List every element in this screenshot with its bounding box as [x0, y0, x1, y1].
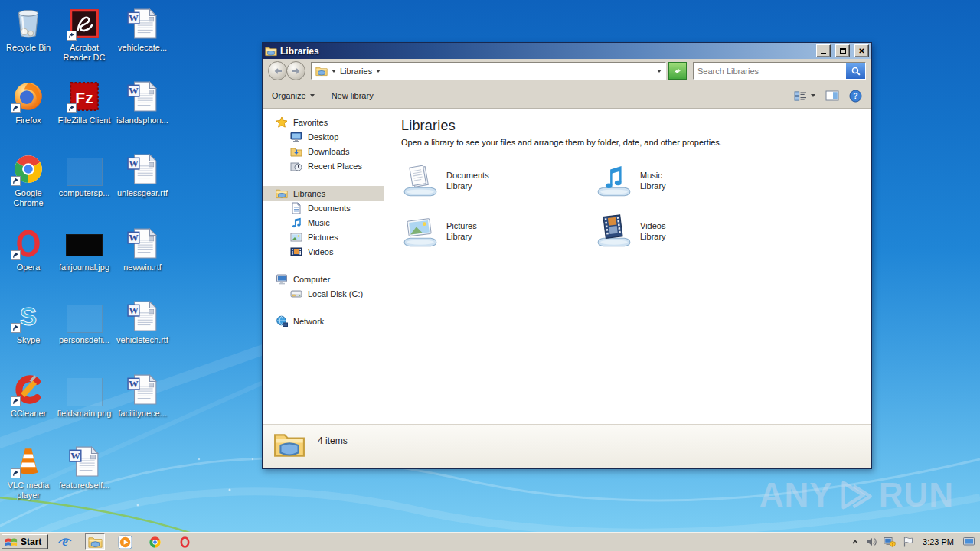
shortcut-arrow-icon [67, 103, 77, 113]
taskbar-explorer-button[interactable] [85, 533, 105, 550]
desktop-icon-featuredself[interactable]: featuredself... [56, 442, 113, 491]
library-item-documents[interactable]: Documents Library [401, 162, 595, 207]
start-button[interactable]: Start [2, 534, 48, 549]
sidebar-item-desktop[interactable]: Desktop [263, 129, 384, 144]
desktop-icon-recycle-bin[interactable]: Recycle Bin [0, 5, 57, 53]
desktop-icon-islandsphon[interactable]: islandsphon... [114, 77, 171, 126]
preview-pane-icon [825, 90, 839, 102]
sidebar-item-videos[interactable]: Videos [263, 244, 384, 259]
preview-pane-button[interactable] [825, 90, 839, 102]
sidebar-item-computer[interactable]: Computer [263, 272, 384, 286]
refresh-button[interactable] [668, 62, 687, 80]
watermark-run: RUN [879, 476, 954, 514]
sidebar-item-pictures[interactable]: Pictures [263, 230, 384, 244]
desktop-icon-computersp[interactable]: computersp... [56, 150, 113, 198]
library-item-music[interactable]: Music Library [595, 162, 789, 207]
network-warning-icon [884, 536, 896, 548]
back-button[interactable] [268, 61, 287, 80]
forward-button[interactable] [286, 61, 305, 80]
desktop-icon-label: vehicletech.rtf [114, 335, 171, 345]
desktop-icon-skype[interactable]: Skype [0, 297, 57, 345]
desktop-icon-firefox[interactable]: Firefox [0, 77, 57, 126]
search-button[interactable] [846, 63, 865, 79]
shortcut-arrow-icon [67, 31, 77, 41]
desktop-icon-label: Skype [0, 335, 57, 345]
desktop-icon-opera[interactable]: Opera [0, 224, 57, 272]
taskbar-ie-button[interactable] [55, 533, 75, 550]
desktop-icon-label: newwin.rtf [114, 262, 171, 272]
sidebar-item-label: Videos [308, 247, 333, 256]
filezilla-icon [56, 77, 113, 113]
maximize-button[interactable] [835, 44, 850, 57]
title-bar[interactable]: Libraries ✕ [263, 43, 871, 59]
tray-action-center[interactable] [902, 536, 914, 548]
network-globe-icon [276, 315, 288, 328]
desktop-icon-facilitynece[interactable]: facilitynece... [114, 370, 171, 419]
desktop-icon-personsdefi[interactable]: personsdefi... [56, 297, 113, 345]
tray-network[interactable] [884, 536, 896, 548]
sidebar-item-label: Libraries [293, 189, 325, 198]
sidebar-item-documents[interactable]: Documents [263, 201, 384, 215]
tray-display[interactable] [962, 536, 975, 548]
word-document-icon [114, 224, 171, 260]
taskbar-chrome-button[interactable] [145, 533, 165, 550]
sidebar-item-network[interactable]: Network [263, 314, 384, 328]
sidebar-item-downloads[interactable]: Downloads [263, 144, 384, 158]
desktop-icon-ccleaner[interactable]: CCleaner [0, 370, 57, 419]
library-item-videos[interactable]: Videos Library [595, 213, 789, 257]
tray-volume[interactable] [865, 536, 877, 548]
desktop-icon-chrome[interactable]: Google Chrome [0, 150, 57, 208]
desktop-icon-label: facilitynece... [114, 409, 171, 419]
start-label: Start [21, 536, 41, 547]
taskbar-media-player-button[interactable] [115, 533, 135, 550]
sidebar-item-favorites[interactable]: Favorites [263, 115, 384, 129]
sidebar-item-label: Downloads [308, 147, 349, 156]
internet-explorer-icon [57, 534, 73, 549]
chrome-icon [0, 150, 57, 186]
desktop-icon-vehiclecate[interactable]: vehiclecate... [114, 5, 171, 53]
breadcrumb-location[interactable]: Libraries [340, 67, 372, 76]
page-title: Libraries [401, 118, 871, 134]
sidebar-item-music[interactable]: Music [263, 215, 384, 230]
videos-library-icon [595, 213, 633, 251]
taskbar-clock[interactable]: 3:23 PM [920, 537, 956, 546]
desktop-icon-label: FileZilla Client [56, 116, 113, 126]
search-box [693, 62, 866, 80]
taskbar-opera-button[interactable] [175, 533, 194, 550]
sidebar-item-local-disk-c[interactable]: Local Disk (C:) [263, 286, 384, 301]
sidebar-item-label: Music [308, 218, 330, 227]
organize-button[interactable]: Organize [272, 91, 315, 100]
breadcrumb-chevron-icon[interactable] [332, 70, 336, 73]
opera-icon [0, 224, 57, 260]
address-history-dropdown-icon[interactable] [657, 70, 662, 73]
desktop-icon-vehicletech[interactable]: vehicletech.rtf [114, 297, 171, 345]
help-button[interactable] [849, 90, 862, 103]
breadcrumb-chevron-icon[interactable] [376, 70, 381, 73]
desktop-icon-fairjournal[interactable]: fairjournal.jpg [56, 224, 113, 272]
jpg-thumbnail [56, 224, 113, 260]
desktop-icon-vlc[interactable]: VLC media player [0, 442, 57, 500]
desktop-icon-label: CCleaner [0, 409, 57, 419]
desktop-icon-fieldsmain[interactable]: fieldsmain.png [56, 370, 113, 419]
word-document-icon [114, 77, 171, 113]
chevron-down-icon [310, 94, 315, 97]
sidebar-item-libraries[interactable]: Libraries [263, 186, 384, 201]
desktop-icon [290, 131, 302, 143]
search-input[interactable] [694, 63, 846, 79]
desktop-icon-filezilla[interactable]: FileZilla Client [56, 77, 113, 126]
word-document-icon [114, 150, 171, 186]
sidebar-item-label: Network [293, 317, 324, 326]
library-item-pictures[interactable]: Pictures Library [401, 213, 595, 257]
new-library-button[interactable]: New library [332, 91, 374, 100]
close-button[interactable]: ✕ [854, 44, 869, 57]
desktop-icon-unlessgear[interactable]: unlessgear.rtf [114, 150, 171, 198]
tray-show-hidden-icons[interactable] [851, 538, 859, 546]
sidebar-item-recent-places[interactable]: Recent Places [263, 158, 384, 173]
change-view-button[interactable] [794, 90, 815, 102]
breadcrumb[interactable]: Libraries [311, 62, 666, 80]
desktop-icon-newwin[interactable]: newwin.rtf [114, 224, 171, 272]
desktop-icon-label: VLC media player [0, 481, 57, 500]
desktop-icon-acrobat[interactable]: Acrobat Reader DC [56, 5, 113, 63]
desktop-icon-label: featuredself... [56, 481, 113, 491]
minimize-button[interactable] [816, 44, 831, 57]
